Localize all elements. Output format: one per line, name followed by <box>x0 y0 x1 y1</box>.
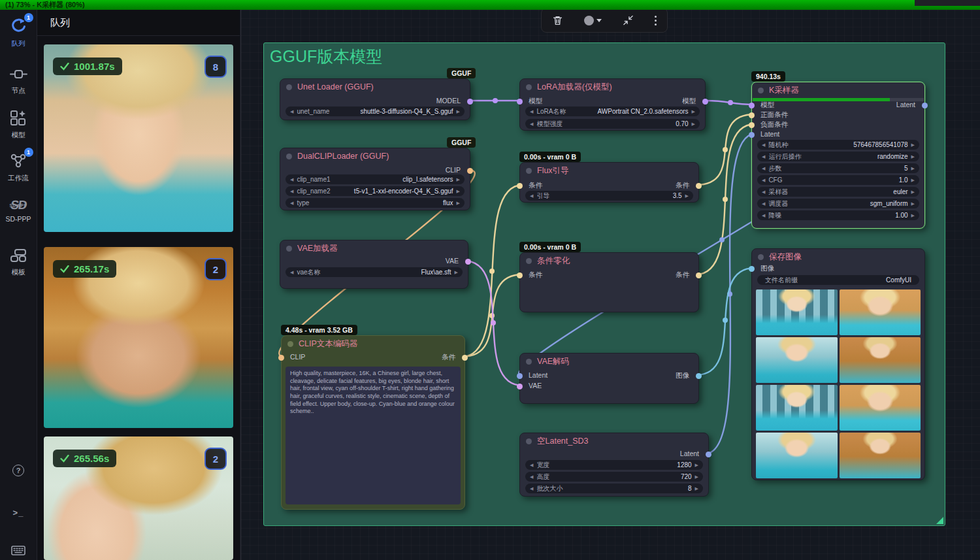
stepper-left-icon[interactable]: ◀ <box>290 198 293 208</box>
stepper-right-icon[interactable]: ▶ <box>692 107 695 116</box>
stepper-left-icon[interactable]: ◀ <box>530 472 533 482</box>
queue-item[interactable]: 1001.87s 8 <box>44 44 233 232</box>
stepper-right-icon[interactable]: ▶ <box>911 210 915 220</box>
stepper-right-icon[interactable]: ▶ <box>695 460 698 470</box>
collapse-dot[interactable] <box>286 246 292 252</box>
preview-image[interactable] <box>840 385 921 431</box>
stepper-right-icon[interactable]: ▶ <box>695 472 698 482</box>
input-slot-image[interactable] <box>749 266 755 272</box>
sidebar-item-models[interactable]: 模型 <box>0 110 37 140</box>
output-slot-conditioning[interactable] <box>696 183 702 189</box>
sidebar-item-templates[interactable]: 模板 <box>0 248 37 277</box>
stepper-right-icon[interactable]: ▶ <box>457 198 460 208</box>
collapse-dot[interactable] <box>758 88 764 93</box>
widget-clip-name1[interactable]: ◀ clip_name1 clip_l.safetensors ▶ <box>286 174 465 184</box>
stepper-left-icon[interactable]: ◀ <box>530 460 533 470</box>
output-slot-model[interactable] <box>467 99 473 105</box>
collapse-dot[interactable] <box>526 84 532 90</box>
collapse-dot[interactable] <box>526 359 532 365</box>
widget-filename-prefix[interactable]: 文件名前缀 ComfyUI <box>757 275 919 285</box>
widget-lora-name[interactable]: ◀ LoRA名称 AWPortrait CN_2.0.safetensors ▶ <box>525 107 700 116</box>
widget-type[interactable]: ◀ type flux ▶ <box>286 198 465 208</box>
collapse-dot[interactable] <box>287 341 293 347</box>
stepper-left-icon[interactable]: ◀ <box>762 199 765 208</box>
widget-batch-size[interactable]: ◀ 批次大小 8 ▶ <box>525 484 703 493</box>
stepper-right-icon[interactable]: ▶ <box>911 175 915 185</box>
input-slot-clip[interactable] <box>278 355 284 361</box>
stepper-left-icon[interactable]: ◀ <box>290 107 293 116</box>
node-flux-guidance[interactable]: Flux引导 条件 条件 ◀ 引导 3.5 ▶ <box>519 162 699 203</box>
group-resize-handle[interactable] <box>936 517 943 524</box>
stepper-right-icon[interactable]: ▶ <box>911 187 915 197</box>
node-dualclip-loader[interactable]: DualCLIPLoader (GGUF) CLIP ◀ clip_name1 … <box>280 148 470 210</box>
output-slot-vae[interactable] <box>465 259 471 265</box>
widget-width[interactable]: ◀ 宽度 1280 ▶ <box>525 460 703 470</box>
widget-sampler[interactable]: ◀ 采样器 euler ▶ <box>757 187 919 197</box>
output-slot-latent[interactable] <box>706 452 711 457</box>
stepper-right-icon[interactable]: ▶ <box>911 163 915 173</box>
widget-height[interactable]: ◀ 高度 720 ▶ <box>525 472 703 482</box>
input-slot-model[interactable] <box>517 99 523 105</box>
stepper-left-icon[interactable]: ◀ <box>762 175 765 185</box>
node-save-image[interactable]: 保存图像 图像 文件名前缀 ComfyUI <box>751 248 925 480</box>
collapse-dot[interactable] <box>526 438 532 444</box>
stepper-right-icon[interactable]: ▶ <box>911 199 915 208</box>
widget-clip-name2[interactable]: ◀ clip_name2 t5-v1_1-xxl-encoder-Q4_K_S.… <box>286 186 465 196</box>
widget-denoise[interactable]: ◀ 降噪 1.00 ▶ <box>757 210 919 220</box>
collapse-icon[interactable] <box>623 15 634 25</box>
stepper-left-icon[interactable]: ◀ <box>762 140 765 150</box>
collapse-dot[interactable] <box>286 84 292 90</box>
node-unet-loader[interactable]: Unet Loader (GGUF) MODEL ◀ unet_name shu… <box>280 78 470 120</box>
output-slot-latent[interactable] <box>922 103 928 108</box>
kebab-menu-icon[interactable] <box>655 20 657 22</box>
widget-control-after-generate[interactable]: ◀ 运行后操作 randomize ▶ <box>757 152 919 161</box>
node-color-circle-icon[interactable] <box>584 16 602 25</box>
queue-item[interactable]: 265.17s 2 <box>44 247 233 428</box>
stepper-right-icon[interactable]: ▶ <box>685 191 689 201</box>
widget-unet-name[interactable]: ◀ unet_name shuttle-3-diffusion-Q4_K_S.g… <box>286 107 465 116</box>
preview-image[interactable] <box>840 289 921 335</box>
stepper-left-icon[interactable]: ◀ <box>530 119 533 129</box>
sidebar-item-nodes[interactable]: 节点 <box>0 67 37 95</box>
node-conditioning-zero-out[interactable]: 条件零化 条件 条件 <box>519 252 699 312</box>
sidebar-item-workflows[interactable]: 1 工作流 <box>0 152 37 183</box>
input-slot-latent[interactable] <box>517 373 523 379</box>
collapse-dot[interactable] <box>286 154 292 159</box>
widget-scheduler[interactable]: ◀ 调度器 sgm_uniform ▶ <box>757 199 919 208</box>
preview-image[interactable] <box>756 433 838 478</box>
stepper-left-icon[interactable]: ◀ <box>762 187 765 197</box>
stepper-left-icon[interactable]: ◀ <box>530 107 533 116</box>
stepper-left-icon[interactable]: ◀ <box>530 191 533 201</box>
stepper-right-icon[interactable]: ▶ <box>695 484 698 493</box>
sidebar-item-shortcuts[interactable] <box>0 546 37 558</box>
stepper-right-icon[interactable]: ▶ <box>692 119 695 129</box>
preview-image[interactable] <box>840 337 921 383</box>
input-slot-positive[interactable] <box>749 112 755 118</box>
output-slot-conditioning[interactable] <box>462 355 468 361</box>
stepper-left-icon[interactable]: ◀ <box>762 163 765 173</box>
node-clip-text-encode[interactable]: CLIP文本编码器 CLIP 条件 High quality, masterpi… <box>281 335 465 510</box>
stepper-right-icon[interactable]: ▶ <box>911 152 915 161</box>
preview-image[interactable] <box>756 385 838 431</box>
stepper-right-icon[interactable]: ▶ <box>457 107 460 116</box>
stepper-left-icon[interactable]: ◀ <box>530 484 533 493</box>
stepper-right-icon[interactable]: ▶ <box>455 267 458 277</box>
widget-vae-name[interactable]: ◀ vae名称 Flux\ae.sft ▶ <box>286 267 463 277</box>
widget-guidance[interactable]: ◀ 引导 3.5 ▶ <box>525 191 693 201</box>
node-lora-loader[interactable]: LoRA加载器(仅模型) 模型 模型 ◀ LoRA名称 AWPortrait C… <box>519 78 706 131</box>
node-empty-latent-sd3[interactable]: 空Latent_SD3 Latent ◀ 宽度 1280 ▶ ◀ 高度 720 … <box>519 433 709 497</box>
stepper-left-icon[interactable]: ◀ <box>290 267 293 277</box>
sidebar-item-help[interactable]: ? <box>0 464 37 476</box>
preview-image[interactable] <box>756 289 838 335</box>
sidebar-item-sdppp[interactable]: SD SD PPP SD-PPP <box>0 198 37 223</box>
stepper-left-icon[interactable]: ◀ <box>290 174 293 184</box>
collapse-dot[interactable] <box>758 254 764 260</box>
node-ksampler[interactable]: K采样器 模型 正面条件 负面条件 Latent Latent ◀ 随机种 57… <box>751 82 925 229</box>
input-slot-model[interactable] <box>749 103 755 108</box>
stepper-left-icon[interactable]: ◀ <box>762 210 765 220</box>
trash-icon[interactable] <box>552 15 563 26</box>
queue-item[interactable]: 265.56s 2 <box>44 436 233 560</box>
preview-image[interactable] <box>840 433 921 478</box>
stepper-right-icon[interactable]: ▶ <box>457 186 460 196</box>
node-vae-decode[interactable]: VAE解码 Latent VAE 图像 <box>519 353 699 404</box>
